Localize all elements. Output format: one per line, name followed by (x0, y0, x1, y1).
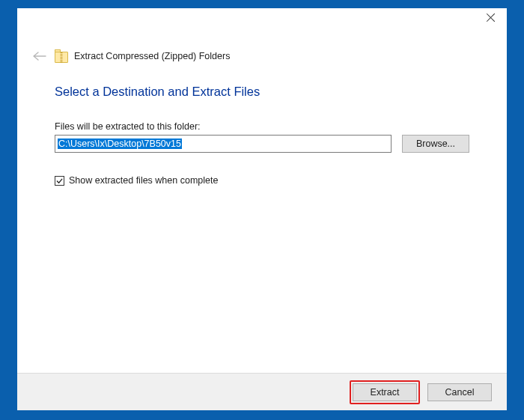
wizard-header: Extract Compressed (Zipped) Folders (17, 31, 507, 64)
destination-path-input[interactable]: C:\Users\Ix\Desktop\7B50v15 (55, 135, 392, 153)
wizard-window: Extract Compressed (Zipped) Folders Sele… (17, 8, 507, 410)
zip-folder-icon (55, 49, 68, 63)
titlebar (17, 8, 507, 31)
browse-button[interactable]: Browse... (402, 135, 469, 153)
wizard-footer: Extract Cancel (17, 373, 507, 410)
path-label: Files will be extracted to this folder: (55, 121, 469, 132)
show-files-label: Show extracted files when complete (69, 175, 218, 186)
page-heading: Select a Destination and Extract Files (55, 85, 469, 99)
show-files-row: Show extracted files when complete (55, 175, 469, 186)
extract-button[interactable]: Extract (353, 383, 417, 401)
extract-highlight: Extract (350, 380, 420, 404)
cancel-button[interactable]: Cancel (427, 383, 492, 401)
show-files-checkbox[interactable] (55, 176, 64, 186)
path-row: C:\Users\Ix\Desktop\7B50v15 Browse... (55, 135, 469, 153)
wizard-content: Select a Destination and Extract Files F… (17, 64, 507, 186)
close-icon[interactable] (486, 13, 496, 23)
destination-path-value: C:\Users\Ix\Desktop\7B50v15 (58, 139, 182, 149)
wizard-title: Extract Compressed (Zipped) Folders (74, 51, 230, 61)
back-arrow-icon[interactable] (32, 49, 47, 64)
